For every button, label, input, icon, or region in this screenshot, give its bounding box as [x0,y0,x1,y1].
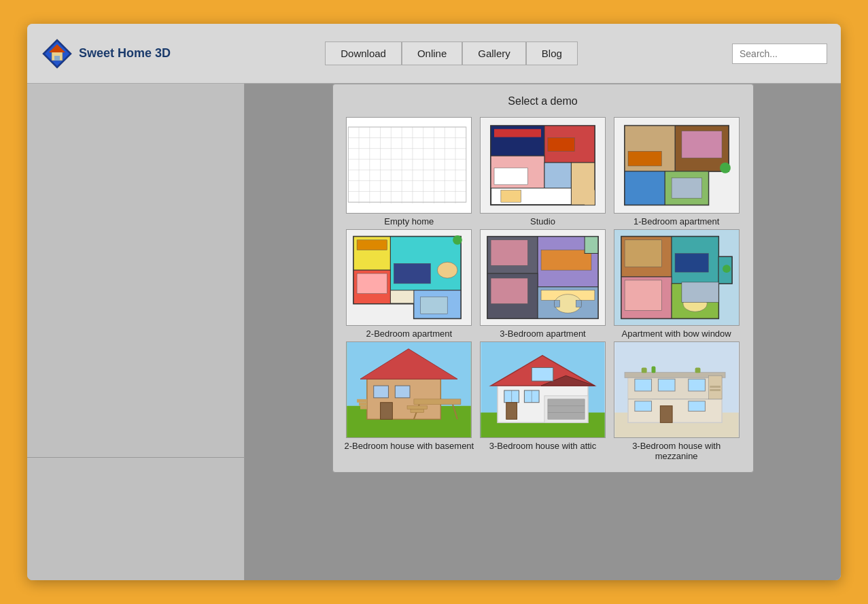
content-area: Select a demo [245,84,841,580]
modal-overlay: Select a demo [245,84,841,580]
svg-rect-4 [54,56,60,61]
svg-rect-56 [357,240,387,250]
svg-rect-95 [407,406,428,409]
demo-item-2-bedroom[interactable]: 2-Bedroom apartment [344,229,475,339]
nav-bar: Sweet Home 3D Download Online Gallery Bl… [27,24,841,84]
svg-rect-100 [357,399,367,403]
svg-rect-68 [541,250,591,271]
svg-rect-41 [625,171,665,205]
demo-thumb-2-bedroom [346,229,472,326]
demo-item-attic-house[interactable]: 3-Bedroom house with attic [477,341,608,461]
demo-item-mezzanine-house[interactable]: 3-Bedroom house with mezzanine [611,341,742,461]
demo-item-3-bedroom[interactable]: 3-Bedroom apartment [477,229,608,339]
demo-thumb-1-bedroom [614,117,740,214]
logo-icon [41,37,73,70]
svg-rect-34 [494,168,527,185]
nav-download[interactable]: Download [325,41,402,65]
svg-rect-43 [628,151,661,166]
svg-rect-99 [381,403,393,420]
svg-rect-45 [672,178,701,199]
svg-point-86 [723,265,731,273]
svg-rect-125 [658,379,675,391]
svg-rect-107 [548,399,585,420]
demo-label-studio: Studio [530,216,555,227]
svg-rect-92 [414,399,461,405]
nav-blog[interactable]: Blog [526,41,578,65]
demo-label-bow-window: Apartment with bow window [622,329,731,339]
svg-rect-97 [374,386,389,398]
demo-item-bow-window[interactable]: Apartment with bow window [611,229,742,339]
svg-rect-134 [651,366,655,373]
svg-rect-54 [394,263,431,284]
svg-rect-133 [641,367,646,373]
logo-area: Sweet Home 3D [41,37,171,70]
demo-label-attic-house: 3-Bedroom house with attic [489,441,597,451]
svg-rect-83 [675,254,708,273]
browser-window: Sweet Home 3D Download Online Gallery Bl… [27,24,841,580]
svg-rect-71 [555,301,560,307]
demo-item-basement-house[interactable]: 2-Bedroom house with basement [344,341,475,461]
svg-rect-82 [625,280,661,310]
demo-thumb-mezzanine-house [614,341,740,438]
nav-gallery[interactable]: Gallery [462,41,526,65]
svg-rect-59 [421,297,447,314]
svg-rect-35 [501,190,521,202]
svg-rect-31 [544,163,571,188]
svg-rect-66 [491,240,527,265]
svg-rect-131 [710,386,721,388]
demo-item-studio[interactable]: Studio [477,117,608,227]
nav-online[interactable]: Online [402,41,462,65]
demo-select-modal: Select a demo [332,84,754,473]
svg-rect-44 [682,131,722,158]
svg-rect-33 [548,138,574,152]
svg-rect-36 [585,190,595,205]
svg-rect-67 [491,278,527,303]
sidebar-bottom [27,458,244,580]
demo-thumb-3-bedroom [480,229,606,326]
svg-rect-5 [347,118,471,213]
demo-thumb-attic-house [480,341,606,438]
svg-point-58 [453,235,462,245]
demo-label-basement-house: 2-Bedroom house with basement [344,441,474,451]
logo-text: Sweet Home 3D [79,46,171,61]
svg-rect-117 [506,403,517,420]
svg-rect-96 [411,409,424,413]
demo-item-1-bedroom[interactable]: 1-Bedroom apartment [611,117,742,227]
svg-rect-126 [688,379,705,391]
svg-rect-135 [695,367,700,373]
svg-rect-73 [585,237,598,254]
demo-item-empty-home[interactable]: Empty home [344,117,475,227]
sidebar [27,84,245,580]
demo-label-empty-home: Empty home [384,216,434,227]
demo-label-2-bedroom: 2-Bedroom apartment [366,329,452,339]
demo-label-3-bedroom: 3-Bedroom apartment [500,329,585,339]
svg-point-46 [720,163,731,173]
svg-rect-132 [710,389,721,391]
svg-rect-72 [576,301,581,307]
svg-rect-124 [635,379,652,391]
svg-rect-129 [660,406,672,423]
svg-point-57 [438,262,458,278]
nav-links: Download Online Gallery Blog [325,41,578,65]
main-content: Select a demo [27,84,841,580]
svg-rect-98 [396,386,411,398]
demo-thumb-studio [480,117,606,214]
modal-title: Select a demo [344,95,742,107]
demo-label-mezzanine-house: 3-Bedroom house with mezzanine [611,441,742,461]
svg-rect-55 [357,273,387,294]
svg-rect-101 [359,403,367,406]
svg-rect-28 [494,129,541,137]
sidebar-top [27,84,244,457]
svg-rect-116 [532,367,553,381]
demo-label-1-bedroom: 1-Bedroom apartment [633,216,719,227]
demo-thumb-bow-window [614,229,740,326]
svg-rect-127 [635,401,652,412]
demo-thumb-empty-home [346,117,472,214]
search-input[interactable] [732,44,827,64]
svg-rect-128 [688,401,705,412]
demo-thumb-basement-house [346,341,472,438]
svg-rect-102 [360,406,367,409]
svg-rect-85 [682,282,718,303]
demo-grid: Empty home [344,117,742,461]
svg-rect-81 [625,240,661,267]
